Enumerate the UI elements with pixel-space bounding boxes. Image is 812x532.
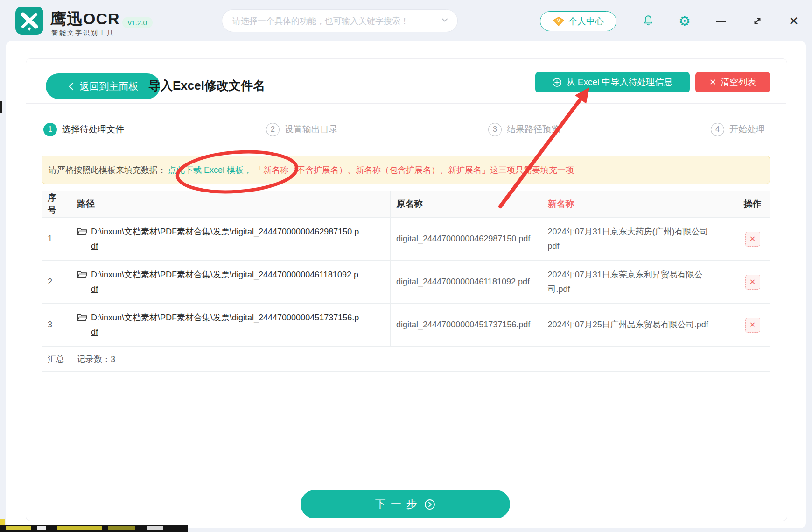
summary-label: 汇总 (42, 347, 71, 371)
row-path-cell: D:\inxun\文档素材\PDF素材合集\发票\digital_2444700… (71, 218, 391, 260)
delete-row-button[interactable]: ✕ (745, 275, 760, 290)
file-path-link[interactable]: D:\inxun\文档素材\PDF素材合集\发票\digital_2444700… (91, 311, 361, 340)
clear-button-label: 清空列表 (721, 76, 756, 88)
settings-gear-icon[interactable]: ⚙ (677, 14, 692, 28)
header-original-name: 原名称 (391, 191, 542, 217)
table-header-row: 序号 路径 原名称 新名称 操作 (42, 191, 770, 218)
next-button-label: 下 一 步 (375, 497, 418, 511)
import-from-excel-button[interactable]: 从 Excel 中导入待处理信息 (535, 72, 690, 92)
step-2-circle: 2 (266, 123, 280, 136)
header-path: 路径 (71, 191, 391, 217)
summary-record-count: 记录数：3 (71, 347, 770, 371)
notice-prefix: 请严格按照此模板来填充数据： (49, 164, 166, 176)
new-name: 2024年07月31日京东大药房(广州)有限公司.pdf (542, 218, 736, 260)
header-index: 序号 (42, 191, 71, 217)
download-excel-template-link[interactable]: 点此下载 Excel 模板， (168, 164, 252, 176)
version-badge: v1.2.0 (122, 17, 153, 28)
step-connector (568, 129, 704, 129)
notice-warning: 「新名称（不含扩展名）、新名称（包含扩展名）、新扩展名」这三项只需要填充一项 (255, 164, 574, 176)
window-minimize-icon[interactable] (714, 14, 728, 28)
step-1-circle: 1 (43, 123, 57, 136)
folder-icon (77, 227, 87, 236)
app-window: 鹰迅OCR 智能文字识别工具 v1.2.0 请选择一个具体的功能，也可输入关键字… (0, 0, 812, 532)
profile-center-label: 个人中心 (568, 15, 604, 28)
row-action-cell: ✕ (735, 218, 770, 260)
table-row: 2 D:\inxun\文档素材\PDF素材合集\发票\digital_24447… (42, 261, 770, 304)
header-new-name: 新名称 (542, 191, 736, 217)
plus-circle-icon (552, 78, 562, 87)
step-3-label: 结果路径预览 (507, 123, 560, 135)
table-summary-row: 汇总 记录数：3 (42, 347, 770, 371)
step-4-label: 开始处理 (729, 123, 765, 135)
row-index: 1 (42, 218, 71, 260)
row-index: 2 (42, 261, 71, 303)
step-connector (132, 129, 259, 129)
svg-text:V: V (557, 18, 560, 23)
file-path-link[interactable]: D:\inxun\文档素材\PDF素材合集\发票\digital_2444700… (91, 225, 361, 254)
back-button-label: 返回到主面板 (80, 80, 139, 93)
next-step-button[interactable]: 下 一 步 (301, 490, 510, 518)
row-index: 3 (42, 304, 71, 346)
step-2-label: 设置输出目录 (285, 123, 338, 135)
profile-center-button[interactable]: V 个人中心 (540, 11, 616, 31)
app-tagline: 智能文字识别工具 (51, 29, 115, 37)
delete-row-button[interactable]: ✕ (745, 318, 760, 333)
search-placeholder: 请选择一个具体的功能，也可输入关键字搜索！ (232, 15, 441, 27)
step-connector (346, 129, 482, 129)
step-4-start-process: 4 开始处理 (711, 122, 765, 136)
original-name: digital_24447000000451737156.pdf (391, 304, 542, 346)
function-search-select[interactable]: 请选择一个具体的功能，也可输入关键字搜索！ (222, 9, 458, 32)
new-name: 2024年07月31日东莞京东利昇贸易有限公司.pdf (542, 261, 736, 303)
folder-icon (77, 313, 87, 322)
row-action-cell: ✕ (735, 304, 770, 346)
top-bar: 鹰迅OCR 智能文字识别工具 v1.2.0 请选择一个具体的功能，也可输入关键字… (0, 0, 812, 41)
background-window-corner (0, 519, 5, 525)
header-action: 操作 (735, 191, 770, 217)
original-name: digital_24447000000462987150.pdf (391, 218, 542, 260)
step-4-circle: 4 (711, 123, 724, 136)
import-button-label: 从 Excel 中导入待处理信息 (566, 76, 672, 88)
pending-files-table: 序号 路径 原名称 新名称 操作 1 D:\inxun\文档素材\PDF素材合集… (42, 191, 770, 372)
clear-list-button[interactable]: ✕ 清空列表 (695, 72, 770, 92)
template-notice-banner: 请严格按照此模板来填充数据： 点此下载 Excel 模板， 「新名称（不含扩展名… (42, 156, 770, 184)
window-close-icon[interactable]: ✕ (786, 14, 801, 28)
original-name: digital_24447000000461181092.pdf (391, 261, 542, 303)
step-3-circle: 3 (488, 123, 502, 136)
chevron-left-icon (68, 82, 74, 91)
clear-x-icon: ✕ (709, 77, 716, 87)
row-action-cell: ✕ (735, 261, 770, 303)
header-divider (26, 103, 786, 104)
file-path-link[interactable]: D:\inxun\文档素材\PDF素材合集\发票\digital_2444700… (91, 268, 361, 297)
chevron-down-icon (441, 16, 449, 26)
folder-icon (77, 270, 87, 279)
step-1-label: 选择待处理文件 (62, 123, 124, 135)
background-window-sliver (0, 101, 2, 113)
back-to-dashboard-button[interactable]: 返回到主面板 (46, 73, 160, 99)
app-logo-icon (15, 7, 43, 35)
notifications-bell-icon[interactable] (641, 14, 656, 28)
step-2-output-dir: 2 设置输出目录 (266, 122, 338, 136)
table-row: 1 D:\inxun\文档素材\PDF素材合集\发票\digital_24447… (42, 218, 770, 261)
background-taskbar-strip (0, 525, 188, 532)
app-name: 鹰迅OCR (50, 8, 120, 30)
arrow-right-circle-icon (424, 499, 435, 510)
row-path-cell: D:\inxun\文档素材\PDF素材合集\发票\digital_2444700… (71, 304, 391, 346)
step-3-result-preview: 3 结果路径预览 (488, 122, 560, 136)
delete-row-button[interactable]: ✕ (745, 232, 760, 247)
step-1-select-files: 1 选择待处理文件 (43, 122, 124, 136)
vip-diamond-icon: V (553, 16, 565, 27)
table-row: 3 D:\inxun\文档素材\PDF素材合集\发票\digital_24447… (42, 304, 770, 347)
new-name: 2024年07月25日广州品东贸易有限公司.pdf (542, 304, 736, 346)
page-title: 导入Excel修改文件名 (148, 78, 265, 94)
row-path-cell: D:\inxun\文档素材\PDF素材合集\发票\digital_2444700… (71, 261, 391, 303)
window-maximize-icon[interactable] (750, 14, 765, 28)
